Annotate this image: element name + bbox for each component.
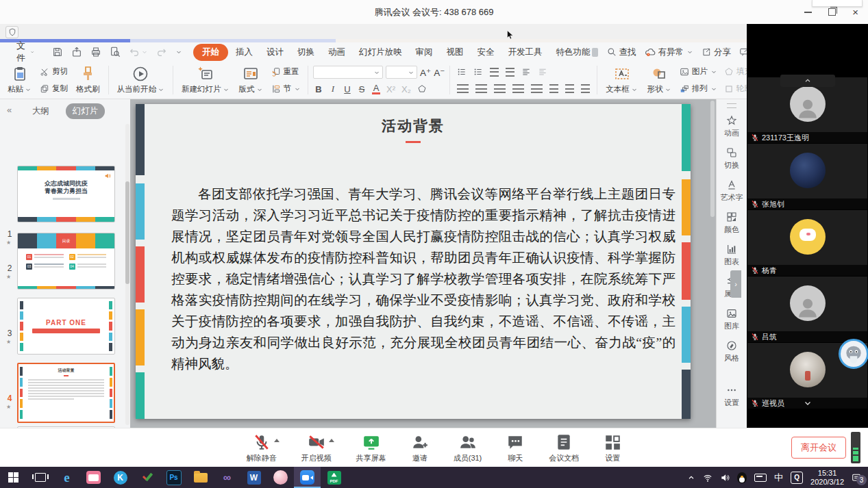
wifi-icon[interactable] xyxy=(703,473,712,483)
tool-wordart[interactable]: 艺术字 xyxy=(721,179,743,203)
undo-button[interactable] xyxy=(126,47,151,57)
leave-meeting-button[interactable]: 离开会议 xyxy=(791,437,846,459)
bullet-list-icon[interactable] xyxy=(457,67,467,77)
tool-settings[interactable]: 设置 xyxy=(724,385,739,408)
shapes-button[interactable]: 形状 xyxy=(644,64,675,96)
font-color-button[interactable]: A xyxy=(372,84,380,94)
caret-up-icon[interactable] xyxy=(329,439,334,442)
foxit-pdf-button[interactable] xyxy=(321,467,347,488)
tab-home[interactable]: 开始 xyxy=(193,44,228,61)
expand-list-icon[interactable] xyxy=(803,398,813,408)
picture-button[interactable]: 图片 xyxy=(678,66,719,77)
cut-button[interactable]: 剪切 xyxy=(38,66,70,77)
slide-thumbnail-1[interactable]: 众志成城同抗疫 青春聚力勇担当 xyxy=(17,166,115,222)
align-center-icon[interactable] xyxy=(475,84,487,93)
q-tray-icon[interactable] xyxy=(791,472,803,484)
participant-tile[interactable]: 231173王逸明 xyxy=(747,77,867,143)
reset-button[interactable]: 重置 xyxy=(269,66,303,77)
tool-chart[interactable]: 图表 xyxy=(724,244,739,267)
file-explorer-button[interactable] xyxy=(187,467,214,488)
visual-studio-button[interactable] xyxy=(214,467,240,488)
superscript-button[interactable]: X² xyxy=(386,84,395,94)
columns-icon[interactable] xyxy=(538,67,547,77)
tab-animation[interactable]: 动画 xyxy=(322,44,351,61)
tencent-meeting-button[interactable] xyxy=(294,467,321,488)
list-level-icon[interactable] xyxy=(581,84,590,93)
taskbar-clock[interactable]: 15:31 2020/3/12 xyxy=(810,469,844,487)
participant-tile[interactable]: 吕筑 xyxy=(747,277,867,342)
panel-expand-handle[interactable]: › xyxy=(730,270,741,298)
tab-slideshow[interactable]: 幻灯片放映 xyxy=(353,44,408,61)
line-spacing-icon[interactable] xyxy=(549,84,558,93)
tab-slides-view[interactable]: 幻灯片 xyxy=(66,103,106,119)
start-button[interactable] xyxy=(0,467,27,488)
paste-button[interactable]: 粘贴 xyxy=(4,64,35,96)
layout-button[interactable]: 版式 xyxy=(236,64,266,96)
tool-animation[interactable]: 动画 xyxy=(724,115,739,138)
indent-decrease-icon[interactable] xyxy=(490,68,499,77)
tab-design[interactable]: 设计 xyxy=(260,44,290,61)
start-video-button[interactable]: 开启视频 xyxy=(301,433,332,463)
minimize-icon[interactable] xyxy=(804,12,812,13)
invite-button[interactable]: 邀请 xyxy=(411,433,429,463)
outline-button[interactable]: 轮廓 xyxy=(722,83,747,94)
strikethrough-button[interactable]: S xyxy=(358,84,366,94)
tab-review[interactable]: 审阅 xyxy=(410,44,439,61)
bold-button[interactable]: B xyxy=(314,84,323,94)
copy-button[interactable]: 复制 xyxy=(38,83,70,94)
tab-transition[interactable]: 切换 xyxy=(291,44,321,61)
tab-security[interactable]: 安全 xyxy=(471,44,501,61)
italic-button[interactable]: I xyxy=(329,84,337,94)
paragraph-spacing-icon[interactable] xyxy=(565,84,574,93)
font-size-select[interactable] xyxy=(386,66,417,79)
tab-special-features[interactable]: 特色功能 xyxy=(550,44,604,61)
cloud-status-button[interactable]: 有异常 xyxy=(645,47,694,58)
slide-thumbnail-3[interactable]: PART ONE xyxy=(17,298,115,355)
word-button[interactable] xyxy=(240,467,267,488)
tray-expand-icon[interactable] xyxy=(687,474,695,482)
underline-button[interactable]: U xyxy=(343,84,351,94)
caret-up-icon[interactable] xyxy=(274,439,280,442)
panel-drag-handle[interactable] xyxy=(727,103,736,108)
tool-gallery[interactable]: 图库 xyxy=(724,308,739,331)
ribbon-options-button[interactable] xyxy=(173,49,185,55)
share-screen-button[interactable]: 共享屏幕 xyxy=(356,433,386,463)
arrange-button[interactable]: 排列 xyxy=(678,83,719,94)
tool-colors[interactable]: 颜色 xyxy=(724,211,739,235)
close-icon[interactable]: × xyxy=(852,7,858,17)
numbered-list-icon[interactable] xyxy=(473,67,483,77)
font-grow-button[interactable]: A⁺ xyxy=(420,67,431,78)
collapse-videos-button[interactable] xyxy=(780,75,835,87)
action-center-button[interactable]: 3 xyxy=(852,473,861,483)
export-button[interactable] xyxy=(69,47,85,57)
text-direction-icon[interactable] xyxy=(521,67,531,77)
file-menu[interactable]: 文件 xyxy=(14,40,37,64)
avatar-app-button[interactable] xyxy=(267,467,294,488)
tool-transition[interactable]: 切换 xyxy=(724,147,739,170)
meeting-docs-button[interactable]: 会议文档 xyxy=(549,433,579,463)
find-button[interactable]: 查找 xyxy=(607,47,636,58)
volume-icon[interactable] xyxy=(720,473,730,483)
font-family-select[interactable] xyxy=(313,66,383,79)
canvas-scrollbar[interactable] xyxy=(710,101,715,217)
print-preview-button[interactable] xyxy=(107,47,123,57)
qq-floating-icon[interactable] xyxy=(839,339,868,369)
settings-button[interactable]: 设置 xyxy=(604,433,621,463)
ime-indicator[interactable]: 中 xyxy=(774,472,783,484)
keep-button[interactable] xyxy=(107,467,134,488)
text-box-button[interactable]: 文本框 xyxy=(602,64,641,96)
print-button[interactable] xyxy=(88,47,104,57)
tab-view[interactable]: 视图 xyxy=(441,44,470,61)
justify-icon[interactable] xyxy=(512,84,524,93)
tab-outline-view[interactable]: 大纲 xyxy=(25,103,56,119)
current-slide[interactable]: 活动背景 各团支部依托学习强国、青年大学习、腾讯会议等网络平台举行线上主题团日专… xyxy=(136,104,691,419)
photoshop-button[interactable] xyxy=(160,467,187,488)
new-slide-button[interactable]: 新建幻灯片 xyxy=(178,64,233,96)
unmute-button[interactable]: 解除静音 xyxy=(247,433,277,463)
participant-tile[interactable]: 张旭钊 xyxy=(747,144,867,209)
participant-tile[interactable]: 杨青 xyxy=(747,210,867,276)
indent-increase-icon[interactable] xyxy=(506,68,514,77)
qq-tray-icon[interactable] xyxy=(737,472,747,483)
play-from-current-button[interactable]: 从当前开始 xyxy=(114,64,169,96)
slide-thumbnail-4-current[interactable]: 活动背景 xyxy=(17,363,115,423)
